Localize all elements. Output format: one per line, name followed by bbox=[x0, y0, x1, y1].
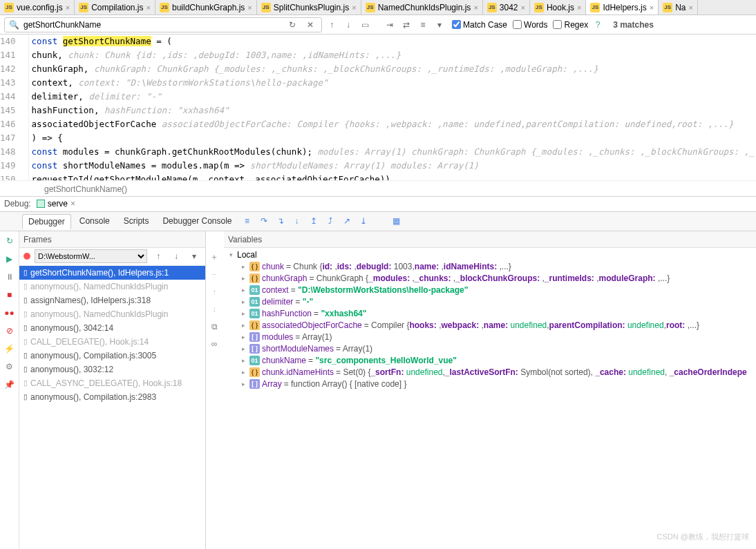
variable-row[interactable]: ▸01 delimiter = "-" bbox=[224, 296, 756, 308]
stack-frame[interactable]: ▯CALL_DELEGATE(), Hook.js:14 bbox=[19, 335, 205, 349]
variable-row[interactable]: ▸{ } associatedObjectForCache = Compiler… bbox=[224, 320, 756, 331]
panel-tab[interactable]: Console bbox=[74, 214, 115, 228]
code-line[interactable]: ) => { bbox=[29, 131, 756, 145]
stack-frame[interactable]: ▯anonymous(), NamedChunkIdsPlugin bbox=[19, 307, 205, 321]
step-icon[interactable]: ▦ bbox=[390, 214, 404, 228]
close-tab-icon[interactable]: × bbox=[473, 3, 478, 12]
code-line[interactable]: requestToId(getShortModuleName(m, contex… bbox=[29, 173, 756, 180]
panel-tab[interactable]: Debugger Console bbox=[157, 214, 237, 228]
step-icon[interactable]: ↗ bbox=[340, 214, 354, 228]
resume-icon[interactable]: ▶ bbox=[3, 252, 17, 266]
stack-frame[interactable]: ▯getShortChunkName(), IdHelpers.js:1 bbox=[19, 266, 205, 280]
frame-filter-icon[interactable]: ▾ bbox=[187, 249, 201, 263]
search-input[interactable] bbox=[23, 20, 281, 30]
variable-row[interactable]: ▸01 hashFunction = "xxhash64" bbox=[224, 308, 756, 320]
prev-frame-icon[interactable]: ↑ bbox=[151, 249, 165, 263]
step-icon[interactable]: ↥ bbox=[307, 214, 321, 228]
copy-icon[interactable]: ⧉ bbox=[207, 320, 221, 334]
pin-icon[interactable]: 📌 bbox=[3, 378, 17, 392]
code-line[interactable]: hashFunction, hashFunction: "xxhash64" bbox=[29, 104, 756, 117]
code-line[interactable]: context, context: "D:\WebstormWorkStatio… bbox=[29, 76, 756, 90]
align-icon[interactable]: ≡ bbox=[416, 18, 430, 32]
step-icon[interactable]: ⤴ bbox=[323, 214, 337, 228]
thread-selector[interactable]: D:\WebstormW... ↑ ↓ ▾ bbox=[19, 248, 205, 266]
editor-tab[interactable]: JSCompilation.js× bbox=[75, 0, 155, 15]
stack-frame[interactable]: ▯anonymous(), Compilation.js:3005 bbox=[19, 349, 205, 363]
close-tab-icon[interactable]: × bbox=[689, 3, 693, 12]
stack-frame[interactable]: ▯anonymous(), 3032:12 bbox=[19, 363, 205, 376]
scope-row[interactable]: ▾Local bbox=[224, 249, 756, 261]
editor-tab[interactable]: JSbuildChunkGraph.js× bbox=[155, 0, 257, 15]
variable-row[interactable]: ▸[ ] shortModuleNames = Array(1) bbox=[224, 343, 756, 355]
breadcrumb[interactable]: getShortChunkName() bbox=[0, 180, 756, 197]
up-icon[interactable]: ↑ bbox=[207, 285, 221, 299]
words-checkbox[interactable]: Words bbox=[513, 20, 547, 30]
match-case-checkbox[interactable]: Match Case bbox=[452, 20, 507, 30]
close-tab-icon[interactable]: × bbox=[352, 3, 356, 12]
clear-search-icon[interactable]: ✕ bbox=[303, 18, 317, 32]
rerun-icon[interactable]: ↻ bbox=[3, 234, 17, 248]
code-line[interactable]: chunk, chunk: Chunk {id: ,ids: ,debugId:… bbox=[29, 48, 756, 62]
prev-match-icon[interactable]: ↑ bbox=[325, 18, 339, 32]
stack-frame[interactable]: ▯assignNames(), IdHelpers.js:318 bbox=[19, 293, 205, 307]
stack-frame[interactable]: ▯CALL_ASYNC_DELEGATE(), Hook.js:18 bbox=[19, 376, 205, 390]
close-tab-icon[interactable]: × bbox=[66, 3, 70, 12]
step-icon[interactable]: ⤓ bbox=[357, 214, 370, 228]
variable-row[interactable]: ▸{ } chunk = Chunk {id: ,ids: ,debugId: … bbox=[224, 261, 756, 273]
code-line[interactable]: const modules = chunkGraph.getChunkRootM… bbox=[29, 145, 756, 159]
link-icon[interactable]: ∞ bbox=[207, 337, 221, 351]
add-selection-icon[interactable]: ⇥ bbox=[383, 18, 397, 32]
code-line[interactable]: const getShortChunkName = ( bbox=[29, 35, 756, 48]
editor-tab[interactable]: JSSplitChunksPlugin.js× bbox=[257, 0, 361, 15]
close-tab-icon[interactable]: × bbox=[650, 3, 654, 12]
panel-tab[interactable]: Scripts bbox=[118, 214, 155, 228]
code-line[interactable]: const shortModuleNames = modules.map(m =… bbox=[29, 159, 756, 173]
code-line[interactable]: associatedObjectForCache associatedObjec… bbox=[29, 117, 756, 131]
step-icon[interactable] bbox=[373, 214, 387, 228]
variable-row[interactable]: ▸{ } chunk.idNameHints = Set(0) {_sortFn… bbox=[224, 367, 756, 378]
view-breakpoints-icon[interactable]: ●● bbox=[3, 306, 17, 320]
code-editor[interactable]: 1401411421431441451461471481491501511521… bbox=[0, 35, 756, 180]
mute-breakpoints-icon[interactable]: ⊘ bbox=[3, 324, 17, 338]
variable-row[interactable]: ▸{ } chunkGraph = ChunkGraph {_modules: … bbox=[224, 273, 756, 285]
code-area[interactable]: const getShortChunkName = ( chunk, chunk… bbox=[29, 35, 756, 180]
down-icon[interactable]: ↓ bbox=[207, 302, 221, 316]
variable-row[interactable]: ▸01 context = "D:\WebstormWorkStations\h… bbox=[224, 285, 756, 296]
stop-icon[interactable]: ■ bbox=[3, 288, 17, 302]
settings-icon[interactable]: ⚙ bbox=[3, 360, 17, 374]
step-icon[interactable]: ≡ bbox=[240, 214, 254, 228]
editor-tab[interactable]: JSNamedChunkIdsPlugin.js× bbox=[361, 0, 483, 15]
panel-tab[interactable]: Debugger bbox=[22, 214, 71, 229]
variable-row[interactable]: ▸01 chunkName = "src_components_HelloWor… bbox=[224, 355, 756, 367]
regex-checkbox[interactable]: Regex bbox=[553, 20, 588, 30]
step-icon[interactable]: ↓ bbox=[290, 214, 304, 228]
next-match-icon[interactable]: ↓ bbox=[341, 18, 355, 32]
filter-icon[interactable]: ▾ bbox=[433, 18, 446, 32]
run-config[interactable]: serve × bbox=[37, 199, 75, 209]
close-tab-icon[interactable]: × bbox=[247, 3, 252, 12]
close-tab-icon[interactable]: × bbox=[577, 3, 581, 12]
close-tab-icon[interactable]: × bbox=[521, 3, 525, 12]
variable-row[interactable]: ▸[ ] Array = function Array() { [native … bbox=[224, 378, 756, 390]
variable-row[interactable]: ▸[ ] modules = Array(1) bbox=[224, 331, 756, 343]
code-line[interactable]: delimiter, delimiter: "-" bbox=[29, 90, 756, 104]
editor-tab[interactable]: JSvue.config.js× bbox=[0, 0, 75, 15]
help-icon[interactable]: ? bbox=[591, 18, 605, 32]
step-icon[interactable]: ↷ bbox=[257, 214, 271, 228]
thread-dropdown[interactable]: D:\WebstormW... bbox=[35, 249, 147, 263]
editor-tab[interactable]: JSIdHelpers.js× bbox=[586, 0, 659, 15]
next-frame-icon[interactable]: ↓ bbox=[169, 249, 183, 263]
code-line[interactable]: chunkGraph, chunkGraph: ChunkGraph {_mod… bbox=[29, 62, 756, 76]
editor-tab[interactable]: JSNa× bbox=[659, 0, 698, 15]
editor-tab[interactable]: JSHook.js× bbox=[530, 0, 586, 15]
history-icon[interactable]: ↻ bbox=[285, 18, 299, 32]
add-watch-icon[interactable]: ＋ bbox=[207, 251, 221, 264]
remove-watch-icon[interactable]: － bbox=[207, 268, 221, 282]
stack-frame[interactable]: ▯anonymous(), NamedChunkIdsPlugin bbox=[19, 280, 205, 293]
step-icon[interactable]: ↴ bbox=[274, 214, 287, 228]
thread-icon[interactable]: ⚡ bbox=[3, 342, 17, 356]
close-tab-icon[interactable]: × bbox=[147, 3, 151, 12]
toggle-icon[interactable]: ⇄ bbox=[399, 18, 413, 32]
pause-icon[interactable]: ⏸ bbox=[3, 270, 17, 284]
select-all-icon[interactable]: ▭ bbox=[358, 18, 372, 32]
